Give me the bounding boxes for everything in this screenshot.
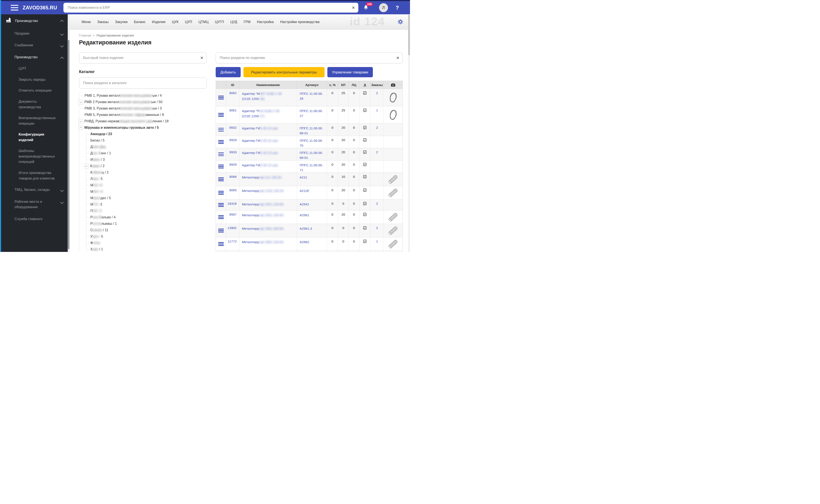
checked-checkbox-icon[interactable]: [359, 136, 370, 148]
product-section-search-input[interactable]: [216, 52, 403, 63]
menubar-item[interactable]: ГРМ: [244, 20, 250, 24]
product-sku[interactable]: ППГС.11.00.00.68-01: [297, 124, 327, 136]
product-name[interactable]: Металлорукав 2541.100.80: [239, 200, 297, 210]
product-sku[interactable]: A2561: [297, 210, 327, 224]
checked-checkbox-icon[interactable]: [359, 251, 370, 252]
row-drag-handle[interactable]: [216, 251, 226, 252]
checked-checkbox-icon[interactable]: [359, 224, 370, 237]
product-id[interactable]: 9062: [226, 89, 239, 106]
tree-item[interactable]: РМВ 1, Рукава металлические вальцованные…: [80, 92, 207, 99]
checked-checkbox-icon[interactable]: [359, 200, 370, 210]
checked-checkbox-icon[interactable]: [359, 237, 370, 251]
menubar-item[interactable]: Настройки производства: [280, 20, 319, 24]
sidebar-item[interactable]: Производство: [1, 51, 70, 63]
product-sku[interactable]: A2662: [297, 237, 327, 251]
tree-item[interactable]: Амкодор / 23: [86, 131, 207, 137]
page-scrollbar[interactable]: [408, 14, 410, 252]
tree-item[interactable]: Белаз / 5: [86, 137, 207, 144]
menubar-item[interactable]: ЦУК: [172, 20, 178, 24]
tree-toggle-down-icon[interactable]: [78, 119, 83, 124]
help-button[interactable]: ?: [396, 5, 399, 11]
product-orders-count[interactable]: 2: [370, 200, 384, 210]
product-name[interactable]: Металлорукав 2561.300.80: [239, 224, 297, 237]
product-name[interactable]: Адаптер ГИБ 40-10 шаг: [239, 161, 297, 173]
tree-item[interactable]: МАЗ / 6: [86, 182, 207, 188]
tree-item[interactable]: Мерседес / 5: [86, 195, 207, 201]
row-drag-handle[interactable]: [216, 210, 226, 224]
sidebar-item[interactable]: Отметить операцию: [1, 85, 70, 96]
product-id[interactable]: 9587: [226, 210, 239, 224]
product-search-clear-icon[interactable]: ×: [396, 55, 399, 60]
row-drag-handle[interactable]: [216, 124, 226, 136]
settings-gear-icon[interactable]: [397, 19, 403, 25]
add-button[interactable]: Добавить: [216, 67, 241, 77]
tree-toggle-up-icon[interactable]: [78, 125, 83, 130]
checked-checkbox-icon[interactable]: [359, 210, 370, 224]
sidebar-item[interactable]: Рабочие места и оборудование: [1, 196, 70, 213]
sidebar-item[interactable]: Закрыть наряды: [1, 74, 70, 85]
sidebar-item[interactable]: Снабжение: [1, 39, 70, 51]
product-sku[interactable]: A211: [297, 173, 327, 186]
product-orders-count[interactable]: 1: [370, 106, 384, 123]
product-name[interactable]: Адаптер ГИБ 40-10 шаг: [239, 136, 297, 148]
product-sku[interactable]: ППГС 11.00.00.27: [297, 106, 327, 123]
sidebar-scrollbar[interactable]: [68, 14, 70, 252]
product-orders-count[interactable]: 2: [370, 224, 384, 237]
tree-toggle-down-icon[interactable]: [78, 100, 83, 104]
row-drag-handle[interactable]: [216, 200, 226, 210]
row-drag-handle[interactable]: [216, 148, 226, 160]
tree-item[interactable]: ПАЗ / 2: [86, 208, 207, 214]
menubar-item[interactable]: ЦУД: [230, 20, 237, 24]
tree-item[interactable]: Камаз / 2: [86, 163, 207, 169]
product-id[interactable]: 18318: [226, 200, 239, 210]
sidebar-item[interactable]: Конфигурации изделий: [1, 129, 70, 145]
row-drag-handle[interactable]: [216, 136, 226, 148]
sidebar-item[interactable]: Производство: [1, 14, 70, 28]
edit-control-params-button[interactable]: Редактировать контрольные параметры: [243, 67, 324, 77]
menubar-item[interactable]: Закупки: [115, 20, 127, 24]
product-name[interactable]: Металлорукав 2561.100.80: [239, 210, 297, 224]
tree-item[interactable]: Скания / 11: [86, 227, 207, 233]
product-id[interactable]: 9928: [226, 161, 239, 173]
product-name[interactable]: Металлорукав 2662Е.1200.100: [239, 251, 297, 252]
product-name[interactable]: Адаптер "МЗКТ 9186.У 08(211Е.1200.28): [239, 89, 297, 106]
product-orders-count[interactable]: 2: [370, 124, 384, 136]
quick-product-search-input[interactable]: [79, 52, 207, 63]
product-sku[interactable]: A211E: [297, 186, 327, 199]
product-id[interactable]: 9065: [226, 186, 239, 199]
notifications-button[interactable]: 249: [363, 4, 369, 11]
sidebar-item[interactable]: Продажи: [1, 28, 70, 39]
product-name[interactable]: Адаптер "ПАЗ 9186.У 08(211Е.1200.27): [239, 106, 297, 123]
tree-toggle-down-icon[interactable]: [84, 164, 89, 168]
product-name[interactable]: Адаптер ГИБ 40-10 шаг: [239, 124, 297, 136]
tree-item[interactable]: Лиаз / 5: [86, 176, 207, 182]
tree-item[interactable]: РНВД, Рукава нержавеющие высокого давлен…: [80, 118, 207, 124]
product-sku[interactable]: ППГС.11.00.00.69-01: [297, 148, 327, 160]
tree-item[interactable]: РМВ 3, Рукава металлические вальцованные…: [80, 105, 207, 112]
checked-checkbox-icon[interactable]: [359, 89, 370, 106]
tree-item[interactable]: Рено Вольво / 4: [86, 214, 207, 221]
manage-products-button[interactable]: Управление товарами: [327, 67, 373, 77]
menubar-item[interactable]: ЦУП: [185, 20, 192, 24]
catalog-section-search-input[interactable]: [79, 77, 207, 89]
sidebar-item[interactable]: Шаблоны внепроизводственных операций: [1, 145, 70, 167]
product-sku[interactable]: ППГС.11.00.00.70: [297, 136, 327, 148]
product-id[interactable]: 13902: [226, 224, 239, 237]
product-id[interactable]: 10454: [226, 251, 239, 252]
product-name[interactable]: Металлорукав 2662.100.80: [239, 237, 297, 251]
product-id[interactable]: 9066: [226, 173, 239, 186]
menubar-item[interactable]: Изделия: [152, 20, 165, 24]
product-sku[interactable]: A2541: [297, 200, 327, 210]
row-drag-handle[interactable]: [216, 106, 226, 123]
sidebar-item[interactable]: Внепроизводственные операции: [1, 112, 70, 129]
checked-checkbox-icon[interactable]: [359, 106, 370, 123]
product-orders-count[interactable]: [370, 173, 384, 186]
menubar-item[interactable]: Меню: [82, 20, 91, 24]
row-drag-handle[interactable]: [216, 237, 226, 251]
tree-item[interactable]: Кобелец / 2: [86, 169, 207, 176]
product-orders-count[interactable]: [370, 136, 384, 148]
product-sku[interactable]: A2561.3: [297, 224, 327, 237]
checked-checkbox-icon[interactable]: [359, 148, 370, 160]
tree-item[interactable]: РМВ 2 Рукава металлические вальцованные …: [80, 99, 207, 105]
checked-checkbox-icon[interactable]: [359, 124, 370, 136]
